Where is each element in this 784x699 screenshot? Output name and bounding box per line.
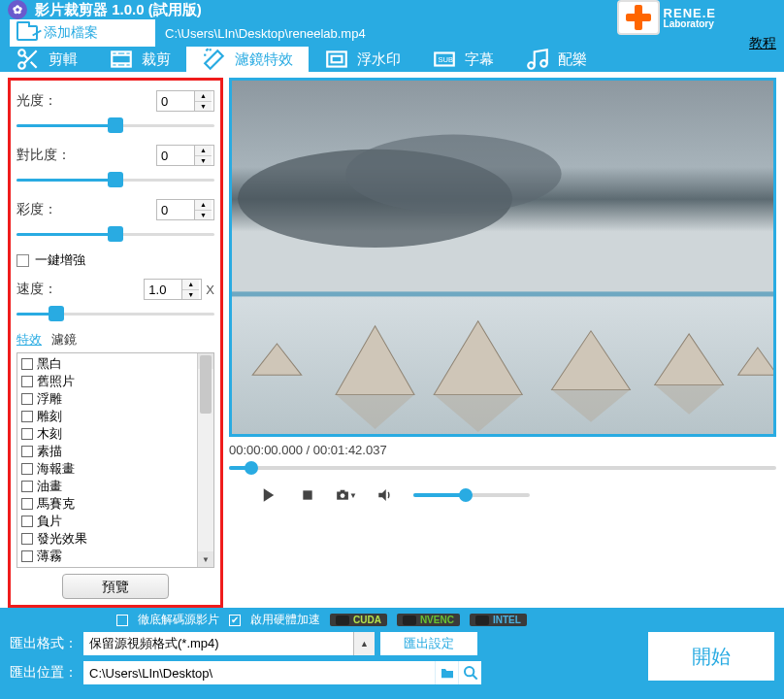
play-button[interactable]: [258, 484, 279, 506]
saturation-down[interactable]: ▼: [195, 211, 212, 220]
saturation-slider[interactable]: [16, 226, 214, 242]
effect-label: 負片: [37, 513, 62, 530]
effect-item[interactable]: 海報畫: [21, 460, 193, 478]
saturation-input[interactable]: [157, 203, 194, 217]
stop-button[interactable]: [297, 484, 318, 506]
tab-edit[interactable]: 剪輯: [0, 47, 93, 72]
brand-sub: Laboratory: [664, 19, 716, 29]
effect-checkbox[interactable]: [21, 481, 33, 492]
tutorial-link[interactable]: 教程: [749, 35, 776, 52]
speed-spinner[interactable]: ▲▼: [144, 279, 202, 300]
export-path-label: 匯出位置：: [10, 664, 78, 682]
effect-item[interactable]: 油畫: [21, 478, 193, 495]
brightness-input[interactable]: [157, 94, 194, 109]
one-click-enhance[interactable]: 一鍵增強: [16, 251, 214, 269]
speed-slider[interactable]: [16, 306, 214, 321]
effect-item[interactable]: 負片: [21, 513, 193, 530]
effect-item[interactable]: 浮雕: [21, 390, 193, 408]
svg-line-12: [206, 49, 208, 50]
effect-checkbox[interactable]: [21, 376, 33, 387]
effect-checkbox[interactable]: [21, 516, 33, 527]
tab-music[interactable]: 配樂: [509, 47, 603, 72]
scissors-icon: [16, 47, 41, 72]
effect-checkbox[interactable]: [21, 411, 33, 422]
effect-checkbox[interactable]: [21, 428, 33, 440]
svg-marker-36: [264, 488, 275, 502]
export-settings-button[interactable]: 匯出設定: [380, 632, 477, 655]
effect-checkbox[interactable]: [21, 498, 33, 510]
export-format-input[interactable]: [83, 632, 353, 655]
effect-checkbox[interactable]: [21, 533, 33, 545]
chevron-down-icon[interactable]: ▲: [353, 632, 375, 655]
tab-crop[interactable]: 裁剪: [93, 47, 186, 72]
tab-filter[interactable]: 濾鏡特效: [186, 47, 309, 72]
volume-icon[interactable]: [375, 484, 396, 506]
effect-label: 海報畫: [37, 460, 75, 478]
snapshot-button[interactable]: ▼: [336, 484, 357, 506]
scroll-down[interactable]: ▼: [198, 551, 213, 567]
svg-rect-37: [303, 490, 311, 499]
time-display: 00:00:00.000 / 00:01:42.037: [229, 443, 776, 457]
effect-checkbox[interactable]: [21, 463, 33, 475]
app-icon: ✿: [8, 0, 27, 19]
effect-checkbox[interactable]: [21, 358, 33, 370]
effect-item[interactable]: 薄霧: [21, 548, 193, 565]
add-file-button[interactable]: 添加檔案: [10, 19, 155, 47]
hw-accel-checkbox[interactable]: ✔: [229, 615, 241, 626]
effect-label: 馬賽克: [37, 495, 75, 513]
contrast-slider[interactable]: [16, 172, 214, 187]
svg-rect-40: [341, 490, 345, 492]
brightness-slider[interactable]: [16, 117, 214, 133]
export-path-input[interactable]: [83, 666, 435, 681]
tab-edit-label: 剪輯: [49, 50, 78, 69]
gpu-cuda-badge: CUDA: [330, 614, 387, 626]
one-click-checkbox[interactable]: [16, 254, 29, 267]
brightness-down[interactable]: ▼: [195, 102, 212, 112]
scroll-thumb[interactable]: [200, 355, 212, 414]
speed-down[interactable]: ▼: [182, 290, 199, 300]
effect-item[interactable]: 馬賽克: [21, 495, 193, 513]
contrast-down[interactable]: ▼: [195, 156, 212, 166]
start-button[interactable]: 開始: [648, 632, 774, 681]
contrast-up[interactable]: ▲: [195, 146, 212, 156]
svg-point-1: [18, 62, 25, 69]
effect-checkbox[interactable]: [21, 446, 33, 457]
preview-button[interactable]: 預覽: [62, 574, 169, 599]
saturation-up[interactable]: ▲: [195, 200, 212, 211]
subtab-effects[interactable]: 特效: [16, 331, 42, 349]
svg-point-20: [540, 60, 547, 67]
export-format-combo[interactable]: ▲: [83, 632, 375, 655]
effect-item[interactable]: 木刻: [21, 425, 193, 443]
effect-item[interactable]: 舊照片: [21, 373, 193, 390]
effect-checkbox[interactable]: [21, 550, 33, 562]
svg-point-25: [345, 135, 561, 214]
speed-up[interactable]: ▲: [182, 280, 199, 290]
effects-scrollbar[interactable]: ▲ ▼: [197, 353, 213, 567]
svg-line-4: [24, 55, 28, 59]
effect-label: 黑白: [37, 355, 62, 373]
open-folder-icon[interactable]: [458, 661, 481, 684]
effect-item[interactable]: 黑白: [21, 355, 193, 373]
subtab-filters[interactable]: 濾鏡: [51, 331, 77, 349]
effect-item[interactable]: 發光效果: [21, 530, 193, 548]
contrast-input[interactable]: [157, 149, 194, 163]
browse-folder-icon[interactable]: [435, 661, 458, 684]
effect-label: 浮雕: [37, 390, 62, 408]
effect-item[interactable]: 素描: [21, 443, 193, 460]
volume-slider[interactable]: [413, 488, 530, 502]
folder-add-icon: [16, 25, 38, 41]
brightness-spinner[interactable]: ▲▼: [156, 90, 214, 112]
thorough-decode-checkbox[interactable]: [116, 615, 128, 626]
brightness-up[interactable]: ▲: [195, 91, 212, 102]
speed-input[interactable]: [145, 283, 181, 297]
tab-subtitle[interactable]: SUB 字幕: [416, 47, 509, 72]
tab-watermark[interactable]: 浮水印: [309, 47, 416, 72]
tab-filter-label: 濾鏡特效: [235, 50, 293, 69]
speed-x-suffix: X: [206, 283, 214, 297]
effect-item[interactable]: 雕刻: [21, 408, 193, 425]
seek-slider[interactable]: [229, 461, 776, 475]
effect-checkbox[interactable]: [21, 393, 33, 405]
saturation-spinner[interactable]: ▲▼: [156, 199, 214, 220]
tab-watermark-label: 浮水印: [357, 50, 401, 69]
contrast-spinner[interactable]: ▲▼: [156, 145, 214, 166]
